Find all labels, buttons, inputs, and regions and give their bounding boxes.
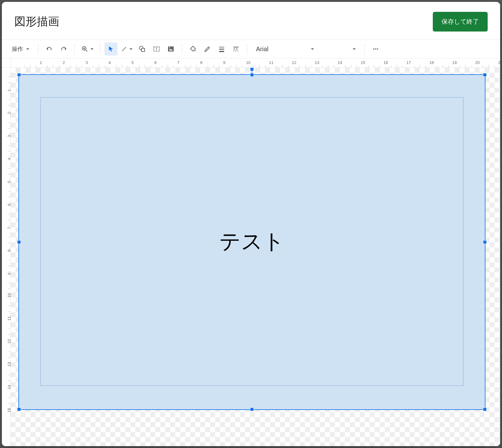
workspace: 123456789101112131415161718192021 123456…	[2, 58, 500, 446]
svg-rect-14	[219, 51, 224, 52]
ruler-h-label: 15	[361, 60, 365, 65]
border-dash-button[interactable]	[229, 42, 243, 56]
svg-text:T: T	[155, 47, 158, 51]
resize-handle-n[interactable]	[250, 73, 254, 77]
font-size-selector[interactable]	[320, 42, 360, 56]
ruler-h-label: 17	[407, 60, 411, 65]
textbox-icon: T	[153, 45, 160, 53]
textbox-tool-button[interactable]: T	[150, 42, 163, 56]
ruler-h-label: 19	[452, 60, 457, 65]
ruler-h-label: 9	[223, 60, 225, 65]
inner-rectangle-shape[interactable]: テスト	[40, 97, 464, 386]
svg-rect-6	[142, 48, 145, 51]
more-horizontal-icon	[372, 45, 379, 53]
ruler-h-label: 5	[132, 60, 134, 65]
actions-label: 操作	[12, 45, 23, 53]
drawing-dialog: 図形描画 保存して終了 操作	[2, 2, 500, 446]
svg-rect-9	[168, 46, 174, 51]
resize-handle-se[interactable]	[483, 407, 487, 411]
ruler-h-label: 12	[292, 60, 296, 65]
caret-down-icon	[90, 48, 94, 50]
line-icon	[121, 46, 128, 52]
ruler-h-label: 8	[200, 60, 202, 65]
ruler-h-label: 14	[338, 60, 342, 65]
caret-down-icon	[311, 48, 314, 50]
caret-down-icon	[353, 48, 356, 50]
shape-icon	[138, 45, 146, 53]
dialog-header: 図形描画 保存して終了	[2, 2, 500, 40]
horizontal-ruler[interactable]: 123456789101112131415161718192021	[11, 58, 500, 68]
ruler-h-label: 16	[384, 60, 388, 65]
svg-point-18	[373, 48, 374, 50]
line-tool-button[interactable]	[119, 42, 134, 56]
toolbar-separator	[364, 44, 365, 54]
image-tool-button[interactable]	[164, 42, 177, 56]
toolbar-separator	[182, 44, 182, 54]
ruler-h-label: 21	[498, 60, 500, 65]
resize-handle-nw[interactable]	[17, 73, 21, 77]
pen-icon	[204, 45, 211, 53]
save-and-close-button[interactable]: 保存して終了	[433, 12, 488, 32]
undo-button[interactable]	[43, 42, 56, 56]
ruler-h-label: 11	[269, 60, 273, 65]
svg-line-1	[86, 50, 87, 51]
line-dash-icon	[232, 45, 240, 53]
ruler-h-label: 13	[315, 60, 319, 65]
caret-down-icon	[129, 48, 133, 50]
ruler-h-label: 2	[63, 60, 65, 65]
fill-color-button[interactable]	[186, 42, 200, 56]
toolbar: 操作 T	[2, 40, 500, 58]
caret-down-icon	[26, 48, 29, 50]
resize-handle-e[interactable]	[483, 240, 487, 244]
shape-text: テスト	[41, 98, 463, 385]
font-family-label: Arial	[256, 46, 268, 53]
ruler-h-label: 10	[246, 60, 250, 65]
svg-point-19	[375, 48, 376, 50]
toolbar-separator	[75, 44, 75, 54]
zoom-icon	[81, 45, 89, 53]
select-tool-button[interactable]	[104, 42, 118, 56]
toolbar-separator	[38, 44, 38, 54]
ruler-h-label: 20	[475, 60, 480, 65]
border-weight-button[interactable]	[215, 42, 228, 56]
toolbar-separator	[100, 44, 100, 54]
svg-point-11	[169, 47, 170, 48]
line-weight-icon	[218, 45, 225, 53]
actions-menu-button[interactable]: 操作	[7, 42, 34, 56]
ruler-h-label: 7	[177, 60, 180, 65]
undo-icon	[46, 45, 53, 53]
svg-rect-12	[219, 47, 224, 47]
ruler-h-label: 4	[109, 60, 111, 65]
toolbar-separator	[247, 44, 247, 54]
dialog-title: 図形描画	[14, 14, 59, 29]
shape-tool-button[interactable]	[136, 42, 149, 56]
ruler-corner	[2, 58, 11, 68]
svg-line-4	[122, 47, 126, 51]
zoom-button[interactable]	[79, 42, 95, 56]
ruler-h-label: 3	[86, 60, 88, 65]
rotation-handle[interactable]	[250, 67, 254, 71]
border-color-button[interactable]	[201, 42, 214, 56]
resize-handle-sw[interactable]	[17, 407, 21, 411]
redo-button[interactable]	[57, 42, 70, 56]
resize-handle-w[interactable]	[17, 240, 21, 244]
paint-bucket-icon	[189, 45, 197, 53]
vertical-ruler[interactable]: 123456789101112131415	[2, 68, 11, 446]
cursor-icon	[108, 46, 114, 52]
ruler-h-label: 6	[154, 60, 157, 65]
canvas[interactable]: テスト	[11, 68, 500, 446]
redo-icon	[60, 45, 67, 53]
svg-rect-13	[219, 49, 224, 50]
font-family-selector[interactable]: Arial	[252, 42, 318, 56]
ruler-h-label: 18	[429, 60, 434, 65]
resize-handle-ne[interactable]	[483, 73, 487, 77]
more-options-button[interactable]	[369, 42, 382, 56]
image-icon	[167, 45, 175, 53]
resize-handle-s[interactable]	[250, 407, 254, 411]
svg-point-20	[377, 48, 378, 50]
ruler-h-label: 1	[40, 60, 42, 65]
